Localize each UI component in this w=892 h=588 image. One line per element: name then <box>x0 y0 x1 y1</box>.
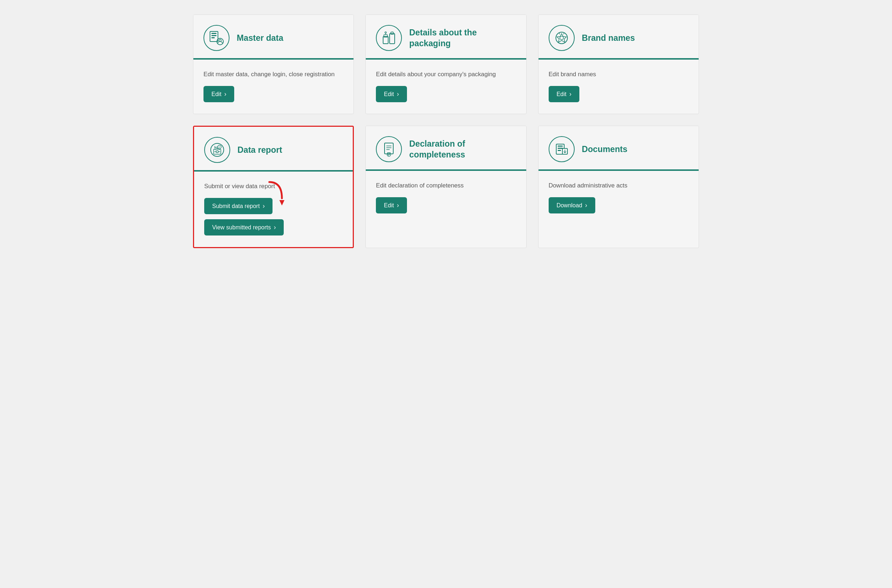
chevron-icon: › <box>397 201 399 209</box>
svg-text:+: + <box>219 146 220 148</box>
card-body-brand-names: Edit brand names Edit › <box>539 60 699 114</box>
card-description-data-report: Submit or view data report <box>204 182 343 191</box>
edit-packaging-label: Edit <box>384 91 394 98</box>
card-body-packaging: Edit details about your company's packag… <box>366 60 526 114</box>
view-submitted-reports-button[interactable]: View submitted reports › <box>204 219 284 236</box>
declaration-icon <box>376 136 402 162</box>
brand-names-icon <box>549 25 575 51</box>
card-title-brand-names: Brand names <box>582 33 635 44</box>
svg-point-16 <box>216 151 218 153</box>
card-body-declaration: Edit declaration of completeness Edit › <box>366 171 526 248</box>
card-header-packaging: Details about the packaging <box>366 15 526 58</box>
documents-icon <box>549 136 575 162</box>
card-header-master-data: Master data <box>193 15 353 58</box>
svg-rect-2 <box>211 35 217 36</box>
card-body-documents: Download administrative acts Download › <box>539 171 699 248</box>
svg-rect-24 <box>558 148 563 149</box>
card-body-data-report: Submit or view data report Submit data r… <box>194 171 353 247</box>
svg-rect-25 <box>558 150 561 151</box>
card-title-declaration: Declaration of completeness <box>409 138 516 160</box>
submit-data-report-button[interactable]: Submit data report › <box>204 198 272 214</box>
card-header-declaration: Declaration of completeness <box>366 126 526 170</box>
card-body-master-data: Edit master data, change login, close re… <box>193 60 353 114</box>
download-documents-label: Download <box>557 202 582 209</box>
chevron-icon: › <box>224 90 227 98</box>
card-header-brand-names: Brand names <box>539 15 699 58</box>
card-brand-names: Brand names Edit brand names Edit › <box>538 15 699 114</box>
packaging-icon <box>376 25 402 51</box>
svg-point-8 <box>385 32 387 33</box>
svg-marker-19 <box>279 200 284 206</box>
chevron-icon: › <box>263 202 265 210</box>
edit-master-button[interactable]: Edit › <box>203 86 234 102</box>
chevron-icon: › <box>274 224 276 231</box>
master-data-icon <box>203 25 230 51</box>
card-packaging: Details about the packaging Edit details… <box>366 15 526 114</box>
svg-rect-9 <box>390 34 395 44</box>
svg-rect-23 <box>558 146 563 147</box>
card-data-report: kg + Data report Submit or view data rep… <box>193 126 354 248</box>
data-report-buttons: Submit data report › View submitted repo… <box>204 198 343 236</box>
card-header-data-report: kg + Data report <box>194 127 353 170</box>
card-description-packaging: Edit details about your company's packag… <box>376 70 516 79</box>
svg-rect-20 <box>385 143 393 154</box>
edit-packaging-button[interactable]: Edit › <box>376 86 407 102</box>
card-master-data: Master data Edit master data, change log… <box>193 15 354 114</box>
svg-rect-6 <box>383 36 388 44</box>
svg-point-12 <box>560 36 564 40</box>
card-description-master-data: Edit master data, change login, close re… <box>203 70 343 79</box>
svg-rect-1 <box>211 33 217 34</box>
card-documents: Documents Download administrative acts D… <box>538 126 699 248</box>
card-declaration: Declaration of completeness Edit declara… <box>366 126 526 248</box>
edit-declaration-button[interactable]: Edit › <box>376 197 407 213</box>
card-header-documents: Documents <box>539 126 699 170</box>
submit-data-report-label: Submit data report <box>212 203 260 210</box>
svg-rect-3 <box>211 37 215 38</box>
view-submitted-reports-label: View submitted reports <box>212 224 271 231</box>
card-title-master-data: Master data <box>237 33 283 44</box>
card-description-declaration: Edit declaration of completeness <box>376 181 516 190</box>
edit-master-label: Edit <box>211 91 221 98</box>
chevron-icon: › <box>569 90 572 98</box>
card-description-brand-names: Edit brand names <box>549 70 689 79</box>
download-documents-button[interactable]: Download › <box>549 197 595 213</box>
chevron-icon: › <box>397 90 399 98</box>
edit-brand-button[interactable]: Edit › <box>549 86 579 102</box>
card-title-packaging: Details about the packaging <box>409 27 516 49</box>
card-title-documents: Documents <box>582 144 627 154</box>
data-report-icon: kg + <box>204 137 230 163</box>
chevron-icon: › <box>585 201 587 209</box>
edit-brand-label: Edit <box>557 91 567 98</box>
cards-grid: Master data Edit master data, change log… <box>193 15 699 248</box>
svg-point-5 <box>219 39 221 42</box>
edit-declaration-label: Edit <box>384 202 394 209</box>
card-title-data-report: Data report <box>238 144 282 155</box>
card-description-documents: Download administrative acts <box>549 181 689 190</box>
